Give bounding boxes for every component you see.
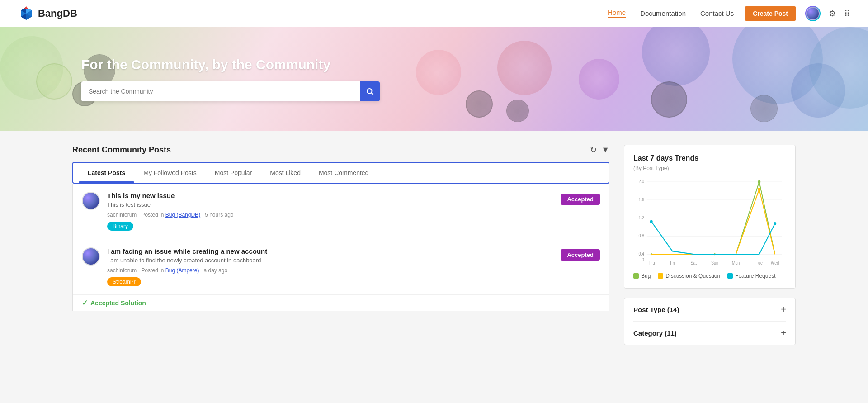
chart-area: 2.0 1.6 1.2 0.8 0.4 0 Thu Fri Sat Sun Mo… — [633, 177, 786, 267]
svg-point-33 — [774, 222, 776, 225]
bangdb-logo-icon — [18, 5, 34, 22]
post-type-expand-icon: + — [781, 304, 786, 315]
post-meta: sachinforum Posted in Bug (Ampere) a day… — [107, 267, 553, 274]
avatar — [82, 247, 100, 266]
tab-most-commented[interactable]: Most Commented — [310, 163, 377, 183]
tab-most-liked[interactable]: Most Liked — [261, 163, 310, 183]
post-title[interactable]: This is my new issue — [107, 192, 553, 199]
legend-feature: Feature Request — [727, 273, 775, 279]
tabs: Latest Posts My Followed Posts Most Popu… — [73, 163, 609, 183]
legend-bug-label: Bug — [641, 273, 651, 279]
check-icon: ✓ — [82, 299, 88, 307]
filters-card: Post Type (14) + Category (11) + — [624, 298, 796, 345]
legend-discussion-dot — [658, 273, 663, 279]
nav-icons: ⚙ ⠿ — [805, 6, 850, 21]
nav-links: Home Documentation Contact Us — [608, 9, 734, 18]
settings-icon[interactable]: ⚙ — [829, 9, 836, 19]
trends-title: Last 7 days Trends — [633, 154, 786, 162]
sidebar: Last 7 days Trends (By Post Type) 2.0 1.… — [624, 145, 796, 354]
trends-subtitle: (By Post Type) — [633, 165, 786, 171]
post-excerpt: This is test issue — [107, 201, 553, 208]
search-input[interactable] — [81, 88, 360, 95]
post-type-filter[interactable]: Post Type (14) + — [633, 298, 786, 322]
tab-followed-posts[interactable]: My Followed Posts — [134, 163, 205, 183]
post-tags: Binary — [107, 222, 553, 231]
table-row: I am facing an issue while creating a ne… — [73, 239, 609, 295]
nav-link-docs[interactable]: Documentation — [640, 9, 686, 17]
trends-chart: 2.0 1.6 1.2 0.8 0.4 0 Thu Fri Sat Sun Mo… — [633, 177, 786, 267]
grid-icon[interactable]: ⠿ — [844, 9, 850, 19]
navbar: BangDB Home Documentation Contact Us Cre… — [0, 0, 868, 27]
posts-section: Recent Community Posts ↻ ▼ Latest Posts … — [72, 145, 609, 354]
trends-card: Last 7 days Trends (By Post Type) 2.0 1.… — [624, 145, 796, 289]
nav-link-contact[interactable]: Contact Us — [700, 9, 734, 17]
accepted-solution-label[interactable]: Accepted Solution — [90, 299, 146, 307]
post-body: I am facing an issue while creating a ne… — [107, 247, 553, 286]
svg-text:Thu: Thu — [648, 261, 655, 266]
post-time: 5 hours ago — [205, 212, 233, 218]
svg-text:0.8: 0.8 — [638, 233, 644, 239]
legend-bug: Bug — [633, 273, 651, 279]
svg-text:0.4: 0.4 — [638, 251, 644, 257]
post-title[interactable]: I am facing an issue while creating a ne… — [107, 247, 553, 255]
hero-title: For the Community, by the Community — [81, 57, 380, 72]
svg-point-32 — [650, 220, 653, 223]
legend-discussion-label: Discussion & Question — [665, 273, 720, 279]
svg-point-8 — [367, 89, 372, 94]
accepted-solution-row: ✓ Accepted Solution — [73, 295, 609, 311]
svg-text:1.6: 1.6 — [638, 197, 644, 203]
post-category-link[interactable]: Bug (Ampere) — [165, 267, 199, 274]
post-body: This is my new issue This is test issue … — [107, 192, 553, 231]
logo[interactable]: BangDB — [18, 5, 77, 22]
svg-text:2.0: 2.0 — [638, 179, 644, 185]
posts-list: This is my new issue This is test issue … — [72, 184, 609, 311]
svg-point-31 — [758, 188, 760, 191]
status-badge: Accepted — [561, 194, 600, 205]
svg-text:Sun: Sun — [711, 261, 718, 266]
legend-discussion: Discussion & Question — [658, 273, 720, 279]
svg-text:Mon: Mon — [732, 261, 740, 266]
user-avatar[interactable] — [805, 6, 821, 21]
post-category-link[interactable]: Bug (BangDB) — [165, 212, 200, 218]
svg-text:1.2: 1.2 — [638, 215, 644, 221]
category-label: Category (11) — [633, 329, 677, 337]
list-item[interactable]: StreamPr — [107, 277, 141, 286]
legend-bug-dot — [633, 273, 639, 279]
tabs-container: Latest Posts My Followed Posts Most Popu… — [72, 162, 609, 184]
post-meta: sachinforum Posted in Bug (BangDB) 5 hou… — [107, 212, 553, 218]
post-tags: StreamPr — [107, 277, 553, 286]
svg-text:0: 0 — [642, 257, 644, 262]
svg-text:Wed: Wed — [771, 261, 779, 266]
search-button[interactable] — [360, 81, 380, 101]
legend-feature-dot — [727, 273, 733, 279]
search-bar — [81, 81, 380, 101]
avatar — [82, 192, 100, 210]
tab-most-popular[interactable]: Most Popular — [206, 163, 261, 183]
refresh-button[interactable]: ↻ — [590, 145, 597, 155]
filter-button[interactable]: ▼ — [601, 145, 609, 155]
post-author: sachinforum — [107, 212, 137, 218]
nav-link-home[interactable]: Home — [608, 9, 626, 18]
hero-content: For the Community, by the Community — [0, 57, 380, 101]
post-time: a day ago — [203, 267, 227, 274]
hero-banner: For the Community, by the Community — [0, 27, 868, 131]
list-item[interactable]: Binary — [107, 222, 133, 231]
create-post-button[interactable]: Create Post — [745, 6, 796, 21]
avatar-image — [806, 7, 820, 20]
main-layout: Recent Community Posts ↻ ▼ Latest Posts … — [0, 131, 868, 372]
svg-text:Tue: Tue — [756, 261, 763, 266]
table-row: This is my new issue This is test issue … — [73, 184, 609, 239]
svg-text:Fri: Fri — [670, 261, 675, 266]
svg-point-28 — [758, 180, 760, 184]
section-actions: ↻ ▼ — [590, 145, 609, 155]
post-author: sachinforum — [107, 267, 137, 274]
search-icon — [366, 87, 374, 95]
chart-legend: Bug Discussion & Question Feature Reques… — [633, 273, 786, 279]
post-type-label: Post Type (14) — [633, 306, 679, 313]
section-title: Recent Community Posts — [72, 145, 171, 155]
logo-text: BangDB — [38, 8, 77, 19]
tab-latest-posts[interactable]: Latest Posts — [79, 163, 134, 183]
svg-line-9 — [371, 93, 373, 95]
category-expand-icon: + — [781, 328, 786, 338]
category-filter[interactable]: Category (11) + — [633, 322, 786, 345]
